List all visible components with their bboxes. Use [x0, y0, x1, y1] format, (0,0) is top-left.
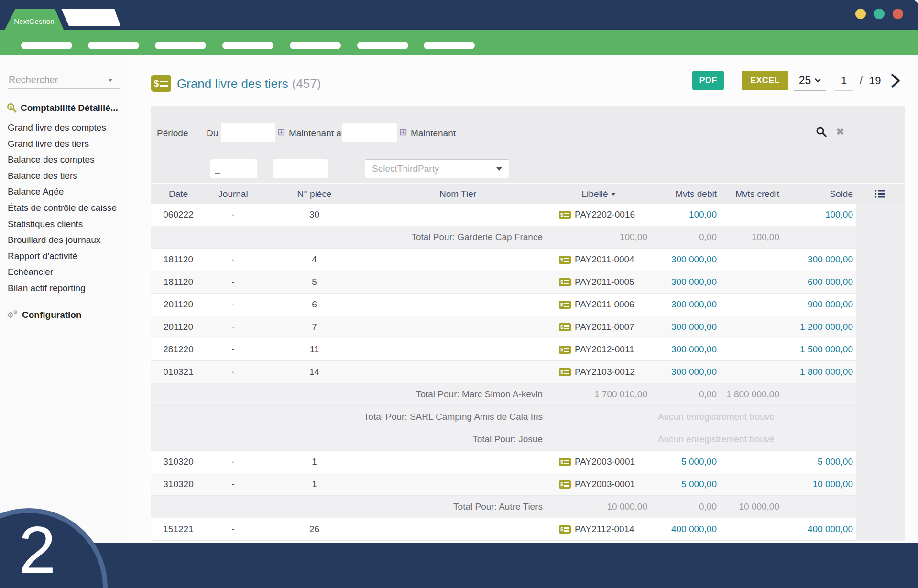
gear-icon: ⚙⚙: [7, 311, 18, 319]
maintenant-label: Maintenant: [411, 128, 456, 139]
chevron-down-icon[interactable]: [108, 79, 113, 82]
window-dot-yellow-icon[interactable]: [855, 9, 866, 19]
search-dollar-icon: $: [7, 103, 17, 113]
cell-piece: 14: [261, 367, 368, 377]
column-settings-icon[interactable]: [856, 189, 905, 198]
money-icon: $: [559, 368, 571, 376]
table-row[interactable]: 060222-30$PAY2202-0016100,00100,00: [151, 204, 856, 226]
periode-label: Période: [157, 128, 188, 139]
money-icon: $: [559, 323, 571, 331]
total-label: Total Pour: Garderie Cap France: [151, 232, 547, 242]
pdf-button[interactable]: PDF: [692, 71, 724, 90]
money-icon: $: [559, 346, 571, 354]
table-row[interactable]: 010321-14$PAY2103-0012300 000,001 800 00…: [151, 361, 856, 383]
dashed-divider: [155, 150, 901, 150]
total-mvts-credit: 0,00: [650, 389, 720, 400]
cell-piece: 11: [261, 344, 368, 355]
table-row[interactable]: 151221-26$PAY2112-0014400 000,00400 000,…: [151, 518, 856, 541]
svg-text:$: $: [10, 104, 12, 109]
column-header-mvts-credit: Mvts credit: [720, 189, 782, 199]
nav-pill[interactable]: [357, 42, 408, 49]
table-row[interactable]: 201120-6$PAY2011-0006300 000,00900 000,0…: [151, 294, 856, 316]
window-dot-teal-icon[interactable]: [874, 9, 885, 19]
table-row[interactable]: 181120-5$PAY2011-0005300 000,00600 000,0…: [151, 271, 856, 294]
total-mvts-credit: 0,00: [650, 232, 720, 242]
excel-button[interactable]: EXCEL: [742, 71, 788, 90]
calendar-icon[interactable]: ⊞: [399, 127, 407, 137]
column-header-libelle[interactable]: Libellé: [547, 189, 650, 199]
sidebar-item[interactable]: Brouillard des journaux: [0, 232, 127, 248]
page-number-input[interactable]: [833, 71, 855, 91]
sidebar-item[interactable]: Echéancier: [0, 264, 127, 280]
sidebar: $ Comptabilité Détaillé... Grand livre d…: [0, 55, 127, 543]
sidebar-item[interactable]: Rapport d'activité: [0, 248, 127, 264]
cell-journal: -: [206, 524, 261, 534]
calendar-icon[interactable]: ⊞: [277, 127, 285, 137]
cell-date: 010321: [151, 367, 206, 377]
nav-pill[interactable]: [290, 42, 341, 49]
total-label: Total Pour: Josue: [151, 434, 547, 445]
next-page-chevron-icon[interactable]: [889, 73, 902, 89]
total-mvts-debit: 10 000,00: [547, 501, 650, 512]
nav-pill[interactable]: [222, 42, 273, 49]
search-input[interactable]: [8, 74, 108, 86]
sidebar-item[interactable]: Grand livre des comptes: [0, 120, 127, 136]
money-icon: $: [559, 256, 571, 264]
search-icon[interactable]: [816, 126, 828, 138]
nav-pill[interactable]: [88, 42, 139, 49]
sidebar-search[interactable]: [8, 72, 120, 89]
total-solde: 100,00: [720, 232, 782, 242]
sidebar-item[interactable]: États de contrôle de caisse: [0, 200, 127, 216]
date-to-input[interactable]: [342, 123, 397, 142]
libelle-text: PAY2011-0007: [575, 322, 634, 332]
cell-libelle: $PAY2011-0007: [547, 322, 650, 332]
account-filter-input[interactable]: [210, 159, 257, 178]
record-count: (457): [292, 76, 321, 91]
maintenant-au-label: Maintenant au: [289, 128, 346, 139]
column-header-nom-tier: Nom Tier: [368, 189, 547, 199]
table-row[interactable]: 181120-4$PAY2011-0004300 000,00300 000,0…: [151, 249, 856, 271]
cell-journal: -: [206, 367, 261, 377]
table-row[interactable]: 281220-11$PAY2012-0011300 000,001 500 00…: [151, 338, 856, 361]
nav-pill[interactable]: [155, 42, 206, 49]
sidebar-item-configuration[interactable]: ⚙⚙ Configuration: [7, 308, 82, 322]
nav-pill[interactable]: [424, 42, 475, 49]
secondary-filter-input[interactable]: [273, 159, 328, 178]
cell-mvts-debit: 300 000,00: [650, 254, 720, 265]
brand-name: NextGestion: [14, 17, 55, 25]
section-title: Comptabilité Détaillé...: [21, 103, 118, 113]
cell-journal: -: [206, 344, 261, 355]
total-row: Total Pour: SARL Camping Amis de Cala Ir…: [151, 406, 856, 428]
libelle-text: PAY2011-0006: [575, 299, 634, 310]
date-from-input[interactable]: [221, 123, 275, 142]
sidebar-item[interactable]: Grand livre des tiers: [0, 136, 127, 152]
cell-mvts-debit: 300 000,00: [650, 299, 720, 310]
libelle-text: PAY2202-0016: [575, 209, 635, 220]
page-size-select[interactable]: 25: [794, 71, 826, 91]
table-rows: 060222-30$PAY2202-0016100,00100,00Total …: [151, 204, 856, 541]
configuration-label: Configuration: [22, 310, 82, 320]
divider: [7, 304, 120, 304]
table-row[interactable]: 310320-1$PAY2003-00015 000,0010 000,00: [151, 473, 856, 496]
table-row[interactable]: 201120-7$PAY2011-0007300 000,001 200 000…: [151, 316, 856, 338]
du-label: Du: [207, 128, 218, 139]
table-row[interactable]: 310320-1$PAY2003-00015 000,005 000,00: [151, 451, 856, 473]
sidebar-item[interactable]: Statistiques clients: [0, 216, 127, 232]
nav-pill[interactable]: [21, 42, 72, 49]
page-title: Grand livre des tiers(457): [177, 76, 321, 91]
third-party-select[interactable]: SelectThirdParty: [365, 159, 509, 178]
cell-solde: 1 500 000,00: [782, 344, 856, 355]
money-icon: $: [559, 211, 571, 219]
cell-date: 060222: [151, 209, 206, 220]
footer-bar: [0, 543, 918, 588]
total-label: Total Pour: Marc Simon A-kevin: [151, 389, 547, 400]
sidebar-item[interactable]: Balance Agée: [0, 184, 127, 200]
sidebar-item[interactable]: Balance des comptes: [0, 152, 127, 168]
clear-filter-icon[interactable]: ✖: [836, 126, 844, 138]
sidebar-item[interactable]: Balance des tiers: [0, 168, 127, 184]
top-navbar: NextGestion: [0, 0, 918, 30]
window-dot-red-icon[interactable]: [893, 9, 903, 19]
cell-date: 281220: [151, 344, 206, 355]
libelle-text: PAY2012-0011: [575, 344, 634, 355]
sidebar-item[interactable]: Bilan actif reporting: [0, 280, 127, 296]
